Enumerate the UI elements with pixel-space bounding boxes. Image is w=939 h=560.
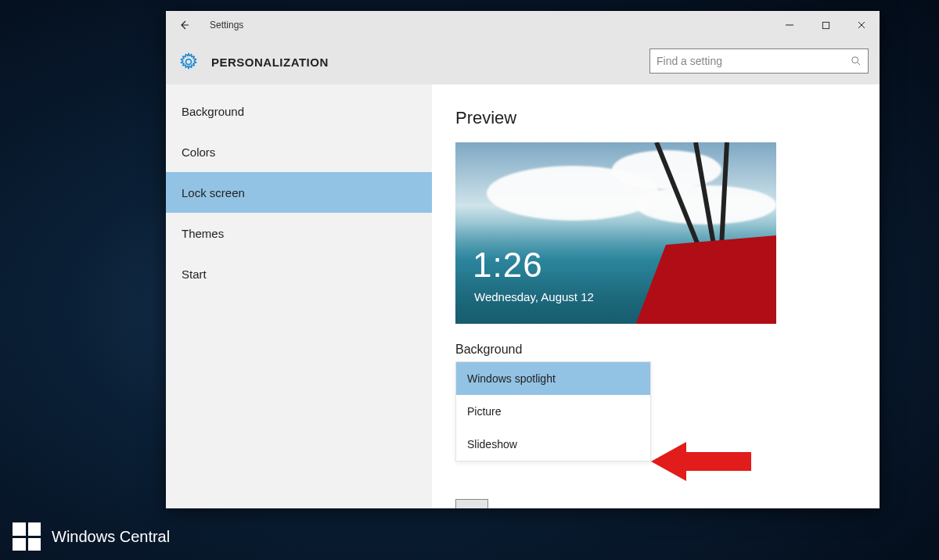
preview-heading: Preview (455, 108, 880, 128)
arrow-left-icon (178, 19, 190, 31)
option-label: Picture (467, 405, 502, 418)
search-input[interactable] (657, 55, 851, 67)
window-controls (772, 11, 880, 39)
background-label: Background (455, 343, 880, 357)
dropdown-option-picture[interactable]: Picture (456, 395, 650, 428)
back-button[interactable] (166, 11, 202, 39)
sidebar-item-label: Background (182, 105, 244, 118)
svg-marker-3 (651, 442, 751, 481)
content-pane: Preview 1:26 Wednesday, August 12 Backgr… (432, 84, 880, 508)
sidebar-item-start[interactable]: Start (166, 253, 432, 294)
dropdown-option-windows-spotlight[interactable]: Windows spotlight (456, 362, 650, 395)
minimize-icon (785, 20, 794, 30)
watermark-text: Windows Central (52, 528, 170, 546)
option-label: Slideshow (467, 438, 517, 451)
sidebar-item-colors[interactable]: Colors (166, 131, 432, 172)
sidebar-item-label: Start (182, 267, 207, 281)
sidebar-item-background[interactable]: Background (166, 91, 432, 131)
sidebar: Background Colors Lock screen Themes Sta… (166, 84, 432, 508)
body: Background Colors Lock screen Themes Sta… (166, 84, 880, 508)
truncated-button[interactable] (455, 499, 488, 508)
sidebar-item-lock-screen[interactable]: Lock screen (166, 172, 432, 213)
background-dropdown[interactable]: Windows spotlight Picture Slideshow (455, 361, 651, 461)
close-icon (857, 20, 866, 30)
wing-decoration (631, 232, 776, 324)
maximize-button[interactable] (808, 11, 844, 39)
window-title: Settings (210, 20, 243, 31)
sidebar-item-label: Lock screen (182, 186, 245, 199)
subheader: PERSONALIZATION (166, 39, 880, 84)
close-button[interactable] (844, 11, 880, 39)
svg-point-2 (852, 57, 858, 63)
sidebar-item-label: Themes (182, 227, 224, 240)
svg-point-1 (186, 59, 192, 65)
preview-time: 1:26 (473, 246, 543, 285)
search-icon (851, 56, 862, 66)
annotation-arrow-icon (651, 440, 753, 483)
maximize-icon (822, 21, 830, 30)
option-label: Windows spotlight (467, 372, 556, 385)
titlebar: Settings (166, 11, 880, 39)
watermark: Windows Central (13, 522, 170, 551)
windows-logo-icon (13, 522, 41, 551)
svg-rect-0 (822, 22, 829, 28)
minimize-button[interactable] (772, 11, 808, 39)
sidebar-item-themes[interactable]: Themes (166, 213, 432, 253)
section-title: PERSONALIZATION (211, 56, 329, 69)
gear-icon (178, 52, 199, 72)
settings-window: Settings PERSONALIZATION (166, 11, 880, 508)
lock-screen-preview[interactable]: 1:26 Wednesday, August 12 (455, 142, 776, 324)
preview-date: Wednesday, August 12 (474, 290, 594, 303)
dropdown-option-slideshow[interactable]: Slideshow (456, 428, 650, 461)
sidebar-item-label: Colors (182, 145, 215, 159)
search-field[interactable] (649, 48, 869, 74)
